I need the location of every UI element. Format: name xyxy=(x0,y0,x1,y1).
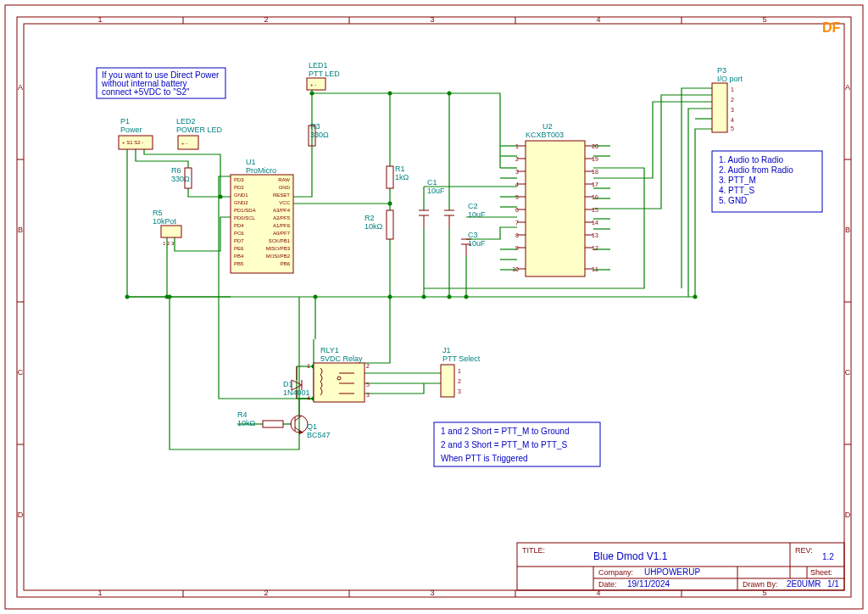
pot-R5: R5 10kPot 1 2 3 xyxy=(153,209,181,246)
ic-U2: U2 KCXBT003 1 2 3 4 5 6 7 8 9 10 20 19 1… xyxy=(512,122,598,276)
svg-text:R4: R4 xyxy=(237,410,248,419)
svg-text:A1/PF6: A1/PF6 xyxy=(273,223,291,228)
svg-text:330Ω: 330Ω xyxy=(310,131,329,139)
svg-point-38 xyxy=(388,202,392,206)
svg-point-36 xyxy=(310,92,314,96)
svg-point-42 xyxy=(448,295,452,299)
svg-text:A2/PF5: A2/PF5 xyxy=(273,215,291,220)
svg-text:1. Audio to Radio: 1. Audio to Radio xyxy=(719,155,784,165)
diode-D1: D1 1N4001 xyxy=(283,366,310,399)
svg-text:1: 1 xyxy=(307,363,310,369)
relay-RLY1: RLY1 5VDC Relay 2 5 3 1 4 xyxy=(307,346,370,402)
svg-text:PD1/SDA: PD1/SDA xyxy=(234,208,256,213)
svg-point-44 xyxy=(314,295,318,299)
svg-text:MISO/PB3: MISO/PB3 xyxy=(266,246,291,251)
svg-text:I/O port: I/O port xyxy=(717,75,743,83)
svg-text:PB5: PB5 xyxy=(234,261,244,266)
svg-text:5VDC Relay: 5VDC Relay xyxy=(320,354,363,363)
svg-text:R2: R2 xyxy=(364,214,375,222)
note-io: 1. Audio to Radio 2. Audio from Radio 3.… xyxy=(712,151,822,212)
svg-text:3: 3 xyxy=(430,589,434,597)
svg-text:10uF: 10uF xyxy=(468,239,486,248)
svg-text:PD2: PD2 xyxy=(234,185,244,190)
title-block: TITLE: Blue Dmod V1.1 REV: 1.2 Company: … xyxy=(517,543,844,590)
svg-text:2: 2 xyxy=(366,363,370,369)
svg-text:PB4: PB4 xyxy=(234,254,244,259)
svg-text:Blue Dmod V1.1: Blue Dmod V1.1 xyxy=(593,550,668,562)
led-LED2: LED2 POWER LED + - xyxy=(176,117,223,149)
svg-text:U2: U2 xyxy=(542,122,553,131)
svg-text:5: 5 xyxy=(366,382,370,388)
svg-text:A3/PF4: A3/PF4 xyxy=(273,208,291,213)
svg-point-43 xyxy=(465,295,469,299)
svg-text:GND1: GND1 xyxy=(234,193,248,198)
svg-rect-99 xyxy=(387,166,393,188)
svg-text:BC547: BC547 xyxy=(307,431,331,439)
svg-text:3: 3 xyxy=(366,392,370,398)
svg-text:+  -: + - xyxy=(310,82,316,87)
svg-point-41 xyxy=(448,92,452,96)
svg-text:10kΩ: 10kΩ xyxy=(364,222,383,231)
svg-text:MOSI/PB2: MOSI/PB2 xyxy=(266,254,291,259)
svg-text:PTT LED: PTT LED xyxy=(309,70,340,78)
svg-point-47 xyxy=(693,295,698,299)
svg-text:2 and 3 Short = PTT_M to PTT_S: 2 and 3 Short = PTT_M to PTT_S xyxy=(441,440,568,449)
wires xyxy=(127,85,712,449)
svg-text:When PTT is Triggered: When PTT is Triggered xyxy=(441,454,528,463)
svg-text:B: B xyxy=(845,226,850,234)
svg-text:A: A xyxy=(18,83,23,92)
svg-text:connect +5VDC to "S2": connect +5VDC to "S2" xyxy=(102,87,190,97)
resistor-R6: R6 330Ω xyxy=(171,166,192,188)
svg-text:B: B xyxy=(18,226,23,234)
svg-rect-199 xyxy=(441,365,454,397)
svg-text:PD7: PD7 xyxy=(234,238,244,243)
df-logo: DF xyxy=(822,20,841,35)
svg-text:GND2: GND2 xyxy=(234,200,248,205)
svg-text:D: D xyxy=(845,511,851,519)
schematic-canvas: 1 2 3 4 5 1 2 3 4 5 A B C D A B C D DF xyxy=(0,0,868,614)
svg-text:5: 5 xyxy=(762,15,766,24)
note-power: If you want to use Direct Power without … xyxy=(97,68,225,98)
ic-U1: U1 ProMicro PD3 PD2 GND1 GND2 PD1/SDA PD… xyxy=(231,158,293,273)
resistor-R4: R4 10kΩ xyxy=(237,410,283,427)
cap-C3: C3 10uF xyxy=(461,231,486,256)
svg-text:Sheet:: Sheet: xyxy=(810,568,832,577)
svg-text:10uF: 10uF xyxy=(427,187,445,195)
svg-text:Company:: Company: xyxy=(598,568,633,577)
svg-text:VCC: VCC xyxy=(279,200,290,205)
svg-text:5. GND: 5. GND xyxy=(719,196,747,205)
svg-text:GND: GND xyxy=(279,185,291,190)
svg-text:PTT Select: PTT Select xyxy=(442,354,481,363)
svg-text:KCXBT003: KCXBT003 xyxy=(526,131,564,139)
cap-C1: C1 10uF xyxy=(419,178,445,227)
svg-rect-120 xyxy=(526,141,585,276)
svg-text:Q1: Q1 xyxy=(307,422,317,431)
svg-text:1: 1 xyxy=(97,15,102,24)
svg-text:PB6: PB6 xyxy=(281,261,291,266)
svg-text:D: D xyxy=(18,511,24,519)
svg-text:1: 1 xyxy=(97,589,102,597)
svg-text:3: 3 xyxy=(458,388,461,394)
svg-text:2: 2 xyxy=(458,378,461,384)
svg-text:2: 2 xyxy=(731,97,734,103)
svg-rect-163 xyxy=(712,83,727,132)
svg-text:1/1: 1/1 xyxy=(827,579,839,589)
svg-text:U1: U1 xyxy=(246,158,256,166)
cap-C2: C2 10uF xyxy=(444,202,486,227)
svg-text:PD0/SCL: PD0/SCL xyxy=(234,215,256,220)
svg-text:R6: R6 xyxy=(171,166,181,175)
svg-text:TITLE:: TITLE: xyxy=(522,546,545,555)
svg-text:A0/PF7: A0/PF7 xyxy=(273,231,291,236)
svg-text:POWER LED: POWER LED xyxy=(176,126,223,134)
svg-text:R5: R5 xyxy=(153,209,163,217)
svg-text:UHPOWERUP: UHPOWERUP xyxy=(644,567,700,577)
resistor-R1: R1 1kΩ xyxy=(387,165,409,188)
svg-text:1kΩ: 1kΩ xyxy=(395,173,409,181)
svg-text:3. PTT_M: 3. PTT_M xyxy=(719,176,756,185)
svg-text:1: 1 xyxy=(458,368,461,374)
svg-text:PD4: PD4 xyxy=(234,223,244,228)
svg-text:4. PTT_S: 4. PTT_S xyxy=(719,186,755,195)
svg-text:Power: Power xyxy=(120,126,142,134)
svg-point-40 xyxy=(422,295,426,299)
svg-text:10kPot: 10kPot xyxy=(153,217,177,226)
